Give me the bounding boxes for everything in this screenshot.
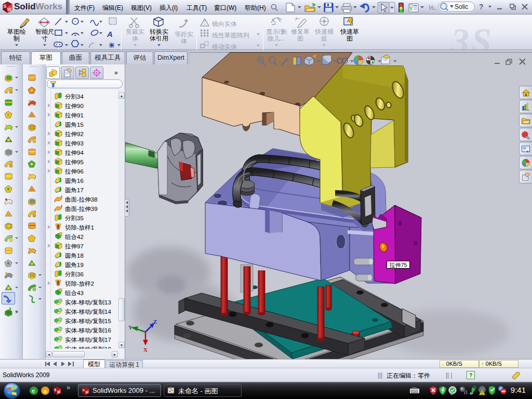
svg-text:X: X — [143, 347, 148, 353]
svg-text:⅓..: ⅓.. — [429, 4, 437, 11]
svg-text:+: + — [295, 16, 298, 21]
svg-text:A: A — [107, 30, 113, 38]
svg-text:Z: Z — [153, 318, 157, 325]
svg-text:!: ! — [482, 391, 483, 395]
svg-text:S: S — [4, 4, 7, 9]
svg-text:e: e — [32, 388, 35, 394]
svg-text:S: S — [54, 388, 57, 392]
svg-text:S: S — [83, 388, 85, 392]
svg-text:키보드: 키보드 — [411, 387, 417, 389]
svg-text:W: W — [86, 390, 89, 394]
svg-text:W: W — [7, 7, 12, 12]
svg-text:Solic: Solic — [455, 3, 468, 10]
svg-text:W: W — [57, 390, 61, 394]
svg-text:Y: Y — [128, 324, 132, 330]
